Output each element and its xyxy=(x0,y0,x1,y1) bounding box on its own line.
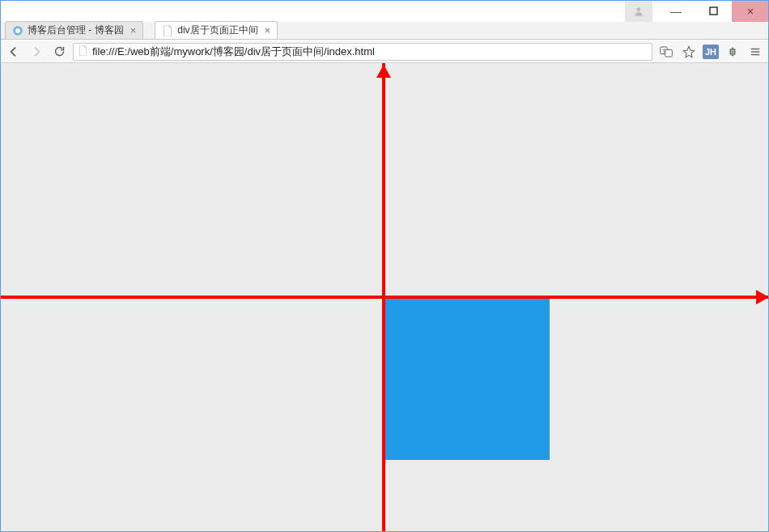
tab-close-icon[interactable]: × xyxy=(265,24,271,36)
tab-close-icon[interactable]: × xyxy=(130,24,137,36)
back-button[interactable] xyxy=(5,43,23,61)
star-icon[interactable] xyxy=(680,43,698,61)
forward-button[interactable] xyxy=(28,43,45,61)
tab-div-center[interactable]: div居于页面正中间 × xyxy=(155,21,278,39)
translate-icon[interactable]: 文 xyxy=(657,43,675,61)
reload-button[interactable] xyxy=(50,43,68,61)
page-viewport xyxy=(1,63,768,531)
window-titlebar: — × xyxy=(0,0,769,23)
cnblogs-icon xyxy=(12,25,23,36)
jh-label: JH xyxy=(705,47,716,57)
y-axis-arrowhead-icon xyxy=(376,65,391,78)
jh-extension-icon[interactable]: JH xyxy=(703,45,719,59)
address-bar[interactable]: file:///E:/web前端/mywork/博客园/div居于页面中间/in… xyxy=(73,43,652,61)
svg-rect-1 xyxy=(710,7,717,15)
close-button[interactable]: × xyxy=(732,0,769,23)
close-label: × xyxy=(747,5,754,18)
tab-label: 博客后台管理 - 博客园 xyxy=(28,23,124,37)
menu-icon[interactable] xyxy=(746,43,764,61)
x-axis-arrowhead-icon xyxy=(756,290,768,304)
maximize-button[interactable] xyxy=(695,0,732,23)
svg-point-0 xyxy=(637,7,641,11)
file-icon xyxy=(162,25,173,36)
user-icon[interactable] xyxy=(625,0,652,23)
svg-text:文: 文 xyxy=(662,47,667,53)
browser-toolbar: file:///E:/web前端/mywork/博客园/div居于页面中间/in… xyxy=(0,40,769,63)
svg-point-3 xyxy=(15,28,20,33)
file-icon xyxy=(79,45,87,58)
minimize-button[interactable]: — xyxy=(657,0,695,23)
bug-icon[interactable] xyxy=(724,43,741,61)
tab-strip: 博客后台管理 - 博客园 × div居于页面正中间 × xyxy=(0,22,769,40)
minimize-label: — xyxy=(670,5,682,18)
tab-label: div居于页面正中间 xyxy=(177,23,257,37)
y-axis xyxy=(382,63,385,531)
url-text: file:///E:/web前端/mywork/博客园/div居于页面中间/in… xyxy=(92,45,647,59)
tab-cnblogs-admin[interactable]: 博客后台管理 - 博客园 × xyxy=(5,21,143,39)
centered-div xyxy=(385,299,550,460)
